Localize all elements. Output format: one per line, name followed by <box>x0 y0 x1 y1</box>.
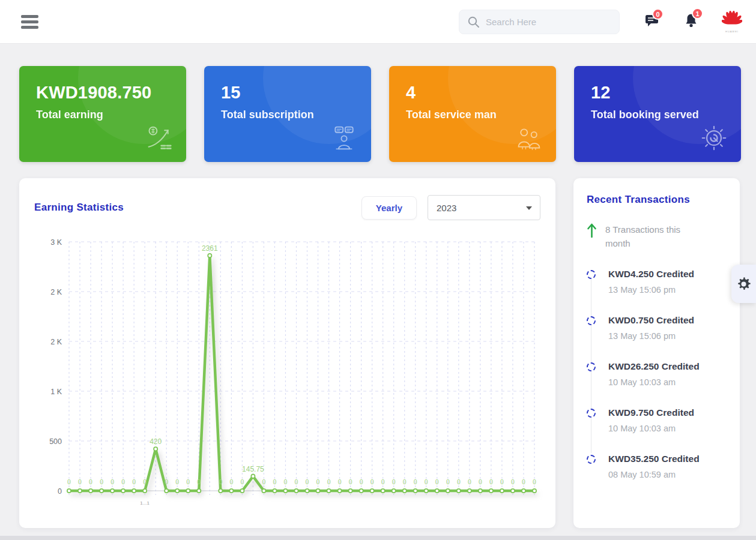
svg-text:2 K: 2 K <box>50 288 62 296</box>
gear-wrench-icon <box>700 125 728 154</box>
yearly-button[interactable]: Yearly <box>361 196 417 220</box>
total-booking-served-label: Total booking served <box>591 109 724 121</box>
svg-text:0: 0 <box>479 478 482 485</box>
recent-transactions-title: Recent Transactions <box>587 194 727 206</box>
messages-button[interactable]: 0 <box>645 14 659 29</box>
transaction-time: 08 May 10:59 am <box>608 470 700 479</box>
total-subscription-label: Total subscription <box>221 109 354 121</box>
total-service-man-value: 4 <box>406 83 539 103</box>
svg-text:500: 500 <box>49 437 62 446</box>
svg-text:3 K: 3 K <box>50 238 62 247</box>
svg-text:0: 0 <box>327 478 331 485</box>
year-select-value: 2023 <box>437 203 456 213</box>
transactions-list: KWD4.250 Credited 13 May 15:06 pm KWD0.7… <box>587 269 727 479</box>
svg-text:0: 0 <box>511 478 515 485</box>
transaction-item[interactable]: KWD0.750 Credited 13 May 15:06 pm <box>587 315 727 341</box>
svg-text:2 K: 2 K <box>50 338 62 346</box>
svg-text:0: 0 <box>219 478 222 485</box>
subscribers-icon <box>330 125 358 154</box>
transaction-time: 10 May 10:03 am <box>608 377 700 387</box>
gear-icon <box>736 276 752 292</box>
top-bar: 0 1 HUAWEI <box>0 0 756 43</box>
total-subscription-card[interactable]: 15 Total subscription <box>204 66 371 162</box>
svg-text:0: 0 <box>381 478 385 485</box>
timeline-dot-icon <box>587 455 596 464</box>
earning-statistics-title: Earning Statistics <box>34 202 124 214</box>
earning-growth-icon <box>145 125 173 154</box>
svg-text:0: 0 <box>306 478 309 485</box>
theme-settings-button[interactable] <box>731 265 756 303</box>
svg-text:0: 0 <box>197 478 201 485</box>
huawei-logo[interactable]: HUAWEI <box>722 11 742 33</box>
transaction-item[interactable]: KWD35.250 Credited 08 May 10:59 am <box>587 454 727 479</box>
svg-text:0: 0 <box>132 478 136 485</box>
svg-text:0: 0 <box>89 478 92 485</box>
svg-text:0: 0 <box>262 478 265 485</box>
svg-text:0: 0 <box>403 478 407 485</box>
total-subscription-value: 15 <box>221 83 354 103</box>
logo-caption: HUAWEI <box>722 30 742 33</box>
svg-text:0: 0 <box>175 478 179 485</box>
svg-text:0: 0 <box>110 478 114 485</box>
svg-text:0: 0 <box>316 478 320 485</box>
transaction-item[interactable]: KWD9.750 Credited 10 May 10:03 am <box>587 407 727 433</box>
svg-text:0: 0 <box>295 478 298 485</box>
svg-text:0: 0 <box>392 478 396 485</box>
transaction-amount: KWD0.750 Credited <box>608 315 694 326</box>
transactions-summary: 8 Transactions this month <box>587 223 727 251</box>
notifications-button[interactable]: 1 <box>685 13 698 30</box>
total-earning-value: KWD1908.750 <box>36 83 169 103</box>
svg-text:0: 0 <box>489 478 493 485</box>
svg-text:0: 0 <box>500 478 504 485</box>
svg-text:0: 0 <box>446 478 450 485</box>
earnings-line-chart[interactable]: 3 K2 K2 K1 K50001...10000000042000002361… <box>31 229 543 514</box>
svg-text:0: 0 <box>240 478 244 485</box>
transaction-item[interactable]: KWD26.250 Credited 10 May 10:03 am <box>587 361 727 387</box>
total-booking-served-value: 12 <box>591 83 724 103</box>
transaction-time: 13 May 15:06 pm <box>608 285 694 295</box>
service-men-icon <box>515 125 543 154</box>
svg-text:0: 0 <box>67 478 71 485</box>
transaction-amount: KWD35.250 Credited <box>608 454 700 464</box>
svg-text:0: 0 <box>425 478 428 485</box>
bottom-page-edge <box>0 536 756 540</box>
svg-text:0: 0 <box>100 478 103 485</box>
search-input[interactable] <box>459 10 620 34</box>
messages-badge: 0 <box>652 8 664 20</box>
chevron-down-icon <box>526 206 532 210</box>
earning-statistics-panel: Earning Statistics Yearly 2023 3 K2 K2 K… <box>19 178 555 528</box>
svg-text:1...1: 1...1 <box>140 500 150 506</box>
search-box <box>459 10 620 34</box>
menu-toggle-button[interactable] <box>21 13 38 31</box>
svg-text:0: 0 <box>468 478 471 485</box>
svg-text:0: 0 <box>143 478 147 485</box>
search-icon <box>467 16 480 31</box>
svg-text:0: 0 <box>58 487 62 496</box>
svg-text:0: 0 <box>338 478 342 485</box>
notifications-badge: 1 <box>692 8 703 19</box>
total-service-man-label: Total service man <box>406 109 539 121</box>
svg-text:0: 0 <box>349 478 352 485</box>
svg-text:0: 0 <box>229 478 233 485</box>
transaction-item[interactable]: KWD4.250 Credited 13 May 15:06 pm <box>587 269 727 295</box>
svg-text:0: 0 <box>78 478 82 485</box>
transaction-time: 10 May 10:03 am <box>608 424 694 433</box>
year-select[interactable]: 2023 <box>428 195 540 220</box>
svg-text:2361: 2361 <box>202 244 218 253</box>
timeline-dot-icon <box>587 362 596 371</box>
total-service-man-card[interactable]: 4 Total service man <box>389 66 556 162</box>
svg-text:0: 0 <box>186 478 190 485</box>
svg-text:1 K: 1 K <box>50 388 62 396</box>
svg-text:0: 0 <box>533 478 536 485</box>
svg-text:0: 0 <box>457 478 461 485</box>
arrow-up-icon <box>587 223 597 251</box>
svg-text:0: 0 <box>435 478 439 485</box>
total-earning-card[interactable]: KWD1908.750 Total earning <box>19 66 186 162</box>
svg-text:0: 0 <box>414 478 417 485</box>
svg-text:145.75: 145.75 <box>242 465 264 473</box>
timeline-dot-icon <box>587 316 596 325</box>
timeline-dot-icon <box>587 409 596 418</box>
transaction-amount: KWD9.750 Credited <box>608 407 694 418</box>
total-booking-served-card[interactable]: 12 Total booking served <box>574 66 741 162</box>
svg-text:0: 0 <box>121 478 125 485</box>
